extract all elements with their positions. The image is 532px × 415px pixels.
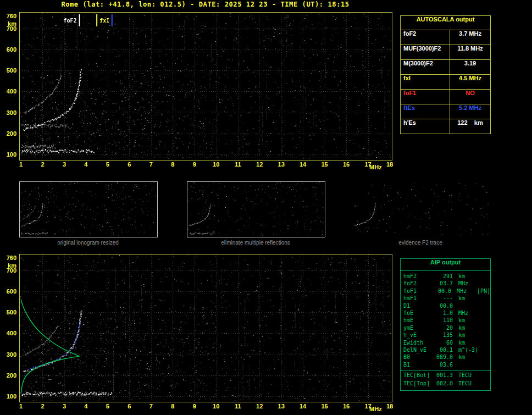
aip-param-value: 03.6 [435, 362, 453, 369]
autoscala-param-label: foF2 [401, 30, 450, 45]
aip-param-label: foF2 [401, 280, 435, 287]
autoscala-row-hEs: h'Es122 km [401, 119, 490, 134]
bottom-ionogram-frame [19, 254, 392, 402]
top-ionogram-x-tick-11: 11 [235, 161, 241, 168]
top-ionogram-x-tick-10: 10 [213, 161, 219, 168]
autoscala-param-value: 5.2 MHz [450, 104, 490, 119]
bottom-ionogram-x-tick-14: 14 [300, 403, 306, 410]
aip-param-label: foE [401, 310, 435, 317]
top-ionogram-x-tick-14: 14 [300, 161, 306, 168]
aip-row-hmF1: hmF1---km [401, 295, 490, 302]
top-ionogram-x-tick-7: 7 [149, 161, 153, 168]
aip-param-label: TEC[Bot] [401, 372, 435, 380]
top-ionogram-x-tick-1: 1 [19, 161, 23, 168]
autoscala-row-foF2: foF23.7 MHz [401, 30, 490, 45]
thumbnail-2: evidence F2 trace [352, 181, 489, 246]
aip-row-foF2: foF203.7MHz [401, 280, 490, 287]
aip-param-unit: MHz [458, 280, 479, 287]
aip-param-label: DelN_vE [401, 347, 435, 354]
aip-row-TECTop: TEC[Top]002.0TECU [401, 380, 490, 388]
aip-param-unit: MHz [457, 288, 477, 295]
autoscala-param-value: 11.8 MHz [450, 45, 490, 59]
aip-param-value: 60 [435, 340, 453, 347]
top-ionogram-x-tick-9: 9 [193, 161, 196, 168]
aip-param-value: 110 [435, 317, 453, 324]
aip-row-B1: B103.6 [401, 362, 490, 369]
aip-param-value: 00.1 [435, 347, 453, 354]
thumbnail-1: eliminate multiple reflections [187, 181, 324, 246]
autoscala-param-label: fxI [401, 75, 450, 89]
autoscala-param-label: foF1 [401, 90, 450, 104]
aip-param-unit: km [458, 273, 479, 280]
aip-param-unit: MHz [458, 310, 479, 317]
aip-param-label: B0 [401, 354, 435, 361]
autoscala-param-label: M(3000)F2 [401, 60, 450, 74]
bottom-ionogram-x-axis-unit: MHz [369, 406, 382, 412]
autoscala-param-label: h'Es [401, 119, 450, 134]
top-ionogram-y-tick-760: 760 [0, 13, 16, 19]
top-ionogram-x-axis-unit: MHz [369, 164, 382, 170]
bottom-ionogram-canvas [20, 254, 391, 401]
top-ionogram-x-tick-16: 16 [343, 161, 350, 168]
top-ionogram-y-tick-600: 600 [0, 46, 16, 53]
bottom-ionogram-x-tick-5: 5 [106, 403, 109, 410]
top-ionogram-x-tick-13: 13 [278, 161, 285, 168]
recorded-ionogram-plot: 760700600500400300200100km12345678910111… [0, 12, 407, 174]
autoscala-row-foF1: foF1NO [401, 90, 490, 104]
bottom-ionogram-x-tick-18: 18 [386, 403, 393, 410]
aip-param-value: 03.7 [435, 280, 453, 287]
autoscala-row-M3000F2: M(3000)F23.19 [401, 60, 490, 75]
aip-param-note: [PN] [477, 288, 490, 295]
autoscala-result-rows: foF23.7 MHzMUF(3000)F211.8 MHzM(3000)F23… [401, 30, 490, 134]
bottom-ionogram-y-tick-760: 760 [0, 254, 16, 261]
aip-row-B0: B0089.0km [401, 354, 490, 361]
thumbnail-caption-2: evidence F2 trace [352, 240, 489, 246]
aip-row-Ewidth: Ewidth60km [401, 340, 490, 347]
aip-param-value: 20 [435, 325, 453, 332]
aip-param-label: hmF1 [401, 295, 435, 302]
top-ionogram-y-tick-300: 300 [0, 109, 16, 116]
thumbnail-caption-0: original ionogram resized [19, 240, 157, 246]
autoscala-param-label: MUF(3000)F2 [401, 45, 450, 59]
aip-param-value: 00.0 [435, 303, 453, 310]
aip-param-unit: km [458, 340, 479, 347]
aip-param-value: 1.0 [435, 310, 453, 317]
thumbnail-frame-1 [187, 181, 325, 237]
bottom-ionogram-y-tick-600: 600 [0, 288, 16, 295]
autoscala-output-panel: AUTOSCALA output foF23.7 MHzMUF(3000)F21… [400, 15, 491, 134]
top-ionogram-canvas [20, 13, 391, 159]
top-ionogram-x-tick-8: 8 [171, 161, 174, 168]
top-ionogram-x-axis: 123456789101112131415161718MHz [0, 161, 407, 171]
top-ionogram-x-tick-18: 18 [386, 161, 393, 168]
aip-param-label: hmF2 [401, 273, 435, 280]
top-ionogram-x-tick-4: 4 [84, 161, 87, 168]
aip-param-unit: TECU [458, 380, 479, 388]
aip-row-hmE: hmE110km [401, 317, 490, 324]
autoscala-param-value: 3.7 MHz [450, 30, 490, 45]
aip-row-foF1: foF100.0MHz[PN] [401, 288, 490, 295]
autoscala-param-value: NO [450, 90, 490, 104]
aip-param-unit: km [458, 325, 479, 332]
autoscala-param-value: 3.19 [450, 60, 490, 74]
aip-row-D1: D100.0 [401, 303, 490, 310]
aip-row-TECBot: TEC[Bot]001.3TECU [401, 370, 490, 380]
bottom-ionogram-x-tick-15: 15 [321, 403, 328, 410]
aip-row-hvE: h_vE135km [401, 332, 490, 339]
top-ionogram-x-tick-12: 12 [256, 161, 263, 168]
bottom-ionogram-x-tick-2: 2 [41, 403, 44, 410]
aip-row-foE: foE1.0MHz [401, 310, 490, 317]
autoscala-window: Rome (lat: +41.8, lon: 012.5) - DATE: 20… [0, 0, 532, 415]
autoscala-param-value: 122 km [450, 119, 490, 134]
inverted-ionogram-plot: 760700600500400300200100km12345678910111… [0, 254, 407, 415]
autoscala-param-value: 4.5 MHz [450, 75, 490, 89]
bottom-ionogram-x-tick-7: 7 [149, 403, 153, 410]
autoscala-panel-title: AUTOSCALA output [401, 16, 490, 30]
top-ionogram-frame [19, 12, 392, 161]
bottom-ionogram-x-tick-16: 16 [343, 403, 350, 410]
aip-param-label: B1 [401, 362, 435, 369]
aip-param-unit: km [458, 354, 479, 361]
top-ionogram-y-axis-unit: km [0, 20, 16, 27]
top-ionogram-x-tick-3: 3 [63, 161, 66, 168]
aip-param-unit: TECU [458, 372, 479, 380]
bottom-ionogram-x-tick-6: 6 [128, 403, 131, 410]
